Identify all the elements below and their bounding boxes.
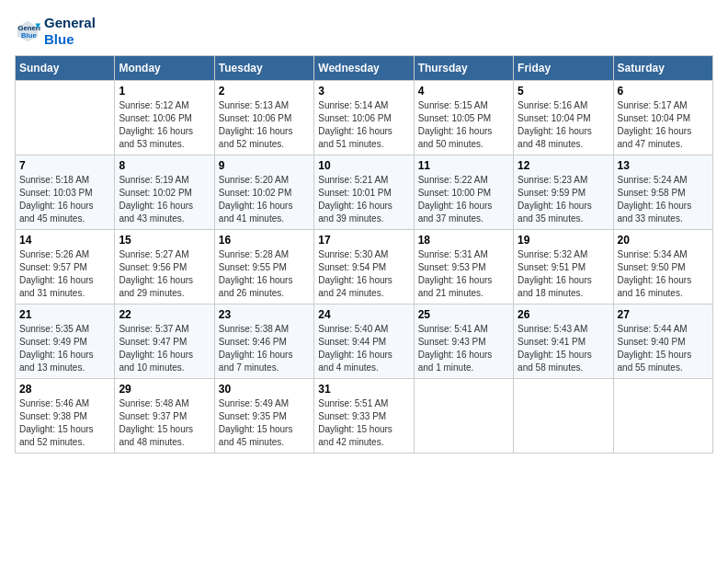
day-number: 31 — [318, 383, 409, 396]
day-info: Sunrise: 5:23 AM Sunset: 9:59 PM Dayligh… — [518, 174, 609, 225]
day-number: 16 — [219, 234, 310, 247]
logo-text-blue: Blue — [44, 31, 96, 48]
day-number: 9 — [219, 159, 310, 172]
day-number: 21 — [19, 308, 110, 321]
calendar-cell — [414, 379, 513, 454]
day-info: Sunrise: 5:17 AM Sunset: 10:04 PM Daylig… — [618, 99, 709, 151]
day-number: 7 — [19, 159, 110, 172]
day-info: Sunrise: 5:37 AM Sunset: 9:47 PM Dayligh… — [119, 323, 210, 374]
column-header-thursday: Thursday — [414, 56, 513, 81]
day-number: 20 — [618, 234, 709, 247]
column-header-saturday: Saturday — [613, 56, 712, 81]
day-info: Sunrise: 5:43 AM Sunset: 9:41 PM Dayligh… — [518, 323, 609, 374]
day-info: Sunrise: 5:22 AM Sunset: 10:00 PM Daylig… — [418, 174, 509, 225]
day-info: Sunrise: 5:28 AM Sunset: 9:55 PM Dayligh… — [219, 248, 310, 300]
day-number: 29 — [119, 383, 210, 396]
calendar-cell: 30Sunrise: 5:49 AM Sunset: 9:35 PM Dayli… — [214, 379, 313, 454]
day-info: Sunrise: 5:30 AM Sunset: 9:54 PM Dayligh… — [318, 248, 409, 300]
day-number: 11 — [418, 159, 509, 172]
day-number: 5 — [518, 85, 609, 98]
day-info: Sunrise: 5:40 AM Sunset: 9:44 PM Dayligh… — [318, 323, 409, 374]
calendar-week-row: 1Sunrise: 5:12 AM Sunset: 10:06 PM Dayli… — [16, 81, 713, 155]
calendar-cell: 1Sunrise: 5:12 AM Sunset: 10:06 PM Dayli… — [115, 81, 214, 155]
column-header-sunday: Sunday — [16, 56, 115, 81]
calendar-cell — [16, 81, 115, 155]
day-number: 2 — [219, 85, 310, 98]
calendar-cell: 4Sunrise: 5:15 AM Sunset: 10:05 PM Dayli… — [414, 81, 513, 155]
day-number: 27 — [618, 308, 709, 321]
calendar-cell — [514, 379, 613, 454]
svg-text:Blue: Blue — [21, 31, 37, 40]
day-number: 17 — [318, 234, 409, 247]
calendar-cell: 27Sunrise: 5:44 AM Sunset: 9:40 PM Dayli… — [613, 304, 712, 379]
calendar-week-row: 14Sunrise: 5:26 AM Sunset: 9:57 PM Dayli… — [16, 230, 713, 304]
day-number: 23 — [219, 308, 310, 321]
calendar-table: SundayMondayTuesdayWednesdayThursdayFrid… — [15, 55, 713, 454]
day-number: 3 — [318, 85, 409, 98]
day-number: 15 — [119, 234, 210, 247]
day-info: Sunrise: 5:34 AM Sunset: 9:50 PM Dayligh… — [618, 248, 709, 300]
calendar-cell: 24Sunrise: 5:40 AM Sunset: 9:44 PM Dayli… — [314, 304, 414, 379]
calendar-cell: 3Sunrise: 5:14 AM Sunset: 10:06 PM Dayli… — [314, 81, 414, 155]
day-info: Sunrise: 5:48 AM Sunset: 9:37 PM Dayligh… — [119, 397, 210, 449]
calendar-cell: 23Sunrise: 5:38 AM Sunset: 9:46 PM Dayli… — [214, 304, 313, 379]
day-info: Sunrise: 5:49 AM Sunset: 9:35 PM Dayligh… — [219, 397, 310, 449]
day-info: Sunrise: 5:35 AM Sunset: 9:49 PM Dayligh… — [19, 323, 110, 374]
calendar-cell: 14Sunrise: 5:26 AM Sunset: 9:57 PM Dayli… — [16, 230, 115, 304]
day-number: 8 — [119, 159, 210, 172]
day-info: Sunrise: 5:31 AM Sunset: 9:53 PM Dayligh… — [418, 248, 509, 300]
calendar-cell: 20Sunrise: 5:34 AM Sunset: 9:50 PM Dayli… — [613, 230, 712, 304]
day-info: Sunrise: 5:16 AM Sunset: 10:04 PM Daylig… — [518, 99, 609, 151]
day-info: Sunrise: 5:27 AM Sunset: 9:56 PM Dayligh… — [119, 248, 210, 300]
day-info: Sunrise: 5:20 AM Sunset: 10:02 PM Daylig… — [219, 174, 310, 225]
day-number: 1 — [119, 85, 210, 98]
calendar-cell: 9Sunrise: 5:20 AM Sunset: 10:02 PM Dayli… — [214, 155, 313, 230]
logo: General Blue General Blue — [15, 15, 96, 48]
day-info: Sunrise: 5:19 AM Sunset: 10:02 PM Daylig… — [119, 174, 210, 225]
day-info: Sunrise: 5:44 AM Sunset: 9:40 PM Dayligh… — [618, 323, 709, 374]
calendar-cell: 18Sunrise: 5:31 AM Sunset: 9:53 PM Dayli… — [414, 230, 513, 304]
day-info: Sunrise: 5:18 AM Sunset: 10:03 PM Daylig… — [19, 174, 110, 225]
calendar-cell: 15Sunrise: 5:27 AM Sunset: 9:56 PM Dayli… — [115, 230, 214, 304]
calendar-cell: 28Sunrise: 5:46 AM Sunset: 9:38 PM Dayli… — [16, 379, 115, 454]
calendar-cell: 5Sunrise: 5:16 AM Sunset: 10:04 PM Dayli… — [514, 81, 613, 155]
calendar-cell: 7Sunrise: 5:18 AM Sunset: 10:03 PM Dayli… — [16, 155, 115, 230]
calendar-cell: 13Sunrise: 5:24 AM Sunset: 9:58 PM Dayli… — [613, 155, 712, 230]
logo-text-general: General — [44, 15, 96, 31]
calendar-cell: 6Sunrise: 5:17 AM Sunset: 10:04 PM Dayli… — [613, 81, 712, 155]
day-number: 22 — [119, 308, 210, 321]
calendar-cell: 10Sunrise: 5:21 AM Sunset: 10:01 PM Dayl… — [314, 155, 414, 230]
calendar-week-row: 7Sunrise: 5:18 AM Sunset: 10:03 PM Dayli… — [16, 155, 713, 230]
calendar-cell: 26Sunrise: 5:43 AM Sunset: 9:41 PM Dayli… — [514, 304, 613, 379]
calendar-week-row: 28Sunrise: 5:46 AM Sunset: 9:38 PM Dayli… — [16, 379, 713, 454]
day-number: 28 — [19, 383, 110, 396]
day-info: Sunrise: 5:41 AM Sunset: 9:43 PM Dayligh… — [418, 323, 509, 374]
calendar-header-row: SundayMondayTuesdayWednesdayThursdayFrid… — [16, 56, 713, 81]
day-info: Sunrise: 5:38 AM Sunset: 9:46 PM Dayligh… — [219, 323, 310, 374]
day-info: Sunrise: 5:12 AM Sunset: 10:06 PM Daylig… — [119, 99, 210, 151]
calendar-cell: 22Sunrise: 5:37 AM Sunset: 9:47 PM Dayli… — [115, 304, 214, 379]
calendar-cell: 21Sunrise: 5:35 AM Sunset: 9:49 PM Dayli… — [16, 304, 115, 379]
calendar-cell: 25Sunrise: 5:41 AM Sunset: 9:43 PM Dayli… — [414, 304, 513, 379]
day-info: Sunrise: 5:26 AM Sunset: 9:57 PM Dayligh… — [19, 248, 110, 300]
calendar-week-row: 21Sunrise: 5:35 AM Sunset: 9:49 PM Dayli… — [16, 304, 713, 379]
day-number: 4 — [418, 85, 509, 98]
calendar-cell: 29Sunrise: 5:48 AM Sunset: 9:37 PM Dayli… — [115, 379, 214, 454]
calendar-cell: 17Sunrise: 5:30 AM Sunset: 9:54 PM Dayli… — [314, 230, 414, 304]
day-info: Sunrise: 5:15 AM Sunset: 10:05 PM Daylig… — [418, 99, 509, 151]
column-header-tuesday: Tuesday — [214, 56, 313, 81]
calendar-cell: 8Sunrise: 5:19 AM Sunset: 10:02 PM Dayli… — [115, 155, 214, 230]
day-number: 30 — [219, 383, 310, 396]
day-number: 18 — [418, 234, 509, 247]
calendar-cell: 19Sunrise: 5:32 AM Sunset: 9:51 PM Dayli… — [514, 230, 613, 304]
day-number: 13 — [618, 159, 709, 172]
column-header-friday: Friday — [514, 56, 613, 81]
column-header-wednesday: Wednesday — [314, 56, 414, 81]
day-number: 24 — [318, 308, 409, 321]
day-number: 19 — [518, 234, 609, 247]
day-number: 10 — [318, 159, 409, 172]
day-number: 6 — [618, 85, 709, 98]
day-info: Sunrise: 5:14 AM Sunset: 10:06 PM Daylig… — [318, 99, 409, 151]
day-number: 12 — [518, 159, 609, 172]
day-info: Sunrise: 5:21 AM Sunset: 10:01 PM Daylig… — [318, 174, 409, 225]
